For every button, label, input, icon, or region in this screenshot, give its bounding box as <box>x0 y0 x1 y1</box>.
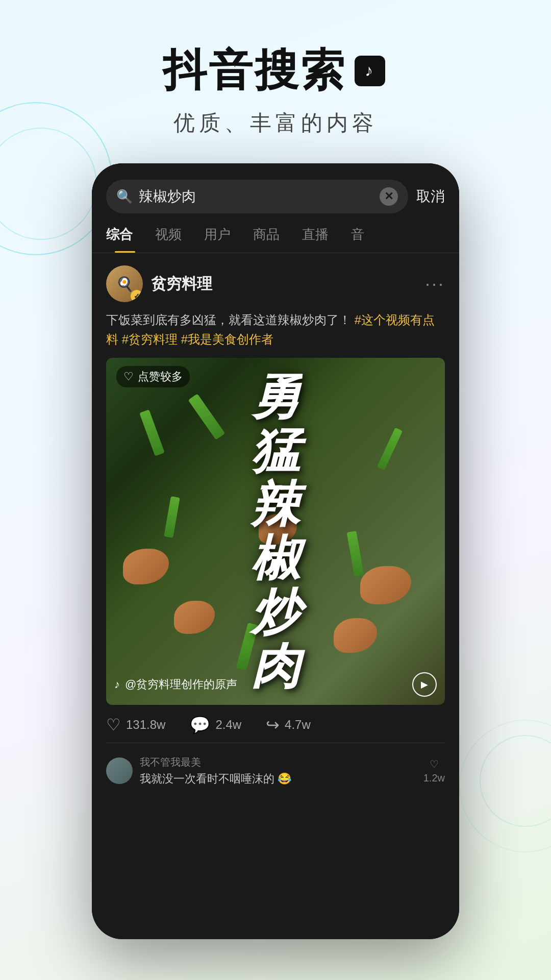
bg-decoration-4 <box>459 720 551 852</box>
tiktok-logo-icon <box>352 53 388 89</box>
post-desc-text: 下饭菜到底有多凶猛，就看这道辣椒炒肉了！ <box>106 313 351 327</box>
comment-likes-count: 1.2w <box>423 772 445 784</box>
like-badge-text: 点赞较多 <box>138 369 183 384</box>
heart-icon: ♡ <box>123 370 134 383</box>
video-text-overlay: 勇猛辣椒炒肉 <box>106 358 445 705</box>
likes-number: 131.8w <box>126 718 165 732</box>
like-badge: ♡ 点赞较多 <box>116 366 190 387</box>
comment-content: 我不管我最美 我就没一次看时不咽唾沫的 😂 <box>140 755 416 787</box>
comment-preview: 我不管我最美 我就没一次看时不咽唾沫的 😂 ♡ 1.2w <box>106 743 445 799</box>
comment-icon: 💬 <box>190 715 210 734</box>
video-big-text: 勇猛辣椒炒肉 <box>251 370 300 693</box>
likes-count[interactable]: ♡ 131.8w <box>106 715 165 734</box>
phone-screen: 🔍 辣椒炒肉 ✕ 取消 综合 视频 用户 商品 直播 音 <box>92 163 459 939</box>
tab-音[interactable]: 音 <box>340 226 375 253</box>
comment-row: 我不管我最美 我就没一次看时不咽唾沫的 😂 ♡ 1.2w <box>106 751 445 791</box>
search-input-wrapper[interactable]: 🔍 辣椒炒肉 ✕ <box>106 180 408 213</box>
phone-frame: 🔍 辣椒炒肉 ✕ 取消 综合 视频 用户 商品 直播 音 <box>92 163 459 939</box>
verified-badge: ✓ <box>131 290 143 302</box>
tab-综合[interactable]: 综合 <box>106 226 144 253</box>
search-clear-button[interactable]: ✕ <box>380 187 398 206</box>
shares-count[interactable]: ↪ 4.7w <box>266 715 311 734</box>
shares-number: 4.7w <box>285 718 311 732</box>
heart-icon: ♡ <box>106 715 121 734</box>
content-area: 🍳 ✓ 贫穷料理 ··· 下饭菜到底有多凶猛，就看这道辣椒炒肉了！ #这个视频有… <box>92 253 459 939</box>
tab-视频[interactable]: 视频 <box>144 226 193 253</box>
tab-直播[interactable]: 直播 <box>291 226 340 253</box>
share-icon: ↪ <box>266 715 280 734</box>
commenter-avatar <box>106 757 133 784</box>
audio-title: @贫穷料理创作的原声 <box>125 677 237 692</box>
search-query-text: 辣椒炒肉 <box>139 187 373 206</box>
user-row: 🍳 ✓ 贫穷料理 ··· <box>106 265 445 302</box>
tab-用户[interactable]: 用户 <box>193 226 242 253</box>
title-text: 抖音搜索 <box>163 41 346 101</box>
avatar[interactable]: 🍳 ✓ <box>106 265 143 302</box>
post-card: 🍳 ✓ 贫穷料理 ··· 下饭菜到底有多凶猛，就看这道辣椒炒肉了！ #这个视频有… <box>92 253 459 799</box>
small-heart-icon: ♡ <box>430 758 439 770</box>
app-title: 抖音搜索 <box>0 41 551 101</box>
audio-bar: ♪ @贫穷料理创作的原声 ▶ <box>114 672 437 697</box>
play-button[interactable]: ▶ <box>412 672 437 697</box>
commenter-avatar-img <box>106 757 133 784</box>
tab-商品[interactable]: 商品 <box>242 226 291 253</box>
cancel-button[interactable]: 取消 <box>416 187 445 206</box>
audio-info: ♪ @贫穷料理创作的原声 <box>114 677 237 692</box>
tabs-bar: 综合 视频 用户 商品 直播 音 <box>92 213 459 253</box>
more-options-button[interactable]: ··· <box>425 273 445 295</box>
post-description: 下饭菜到底有多凶猛，就看这道辣椒炒肉了！ #这个视频有点料 #贫穷料理 #我是美… <box>106 310 445 350</box>
comments-number: 2.4w <box>215 718 241 732</box>
engagement-row: ♡ 131.8w 💬 2.4w ↪ 4.7w <box>106 705 445 743</box>
search-bar-area: 🔍 辣椒炒肉 ✕ 取消 <box>92 163 459 213</box>
tiktok-music-icon: ♪ <box>114 678 120 691</box>
commenter-username: 我不管我最美 <box>140 755 416 769</box>
note-icon <box>355 56 385 86</box>
comment-likes: ♡ 1.2w <box>423 758 445 784</box>
search-icon: 🔍 <box>116 189 133 205</box>
video-thumbnail[interactable]: 勇猛辣椒炒肉 ♡ 点赞较多 ♪ @贫穷料理创作的原声 ▶ <box>106 358 445 705</box>
comments-count[interactable]: 💬 2.4w <box>190 715 241 734</box>
comment-text: 我就没一次看时不咽唾沫的 😂 <box>140 771 416 787</box>
subtitle-text: 优质、丰富的内容 <box>0 109 551 137</box>
username[interactable]: 贫穷料理 <box>151 274 417 295</box>
header: 抖音搜索 优质、丰富的内容 <box>0 0 551 158</box>
